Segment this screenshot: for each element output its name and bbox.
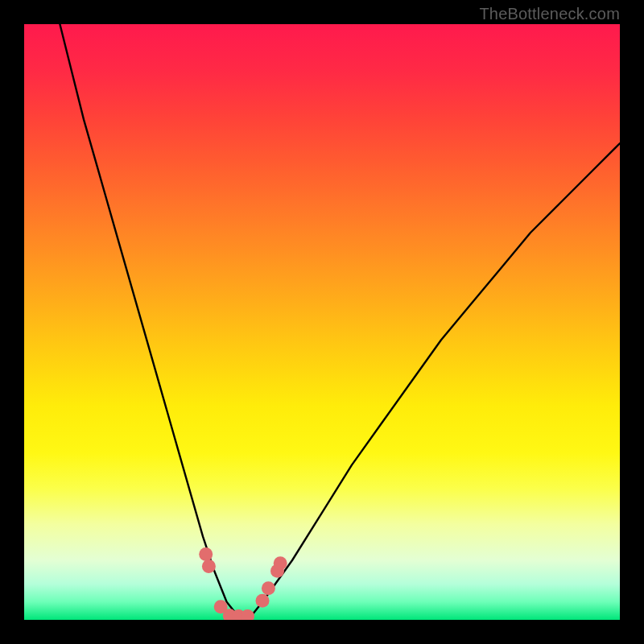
data-marker	[274, 556, 287, 570]
data-marker	[202, 559, 216, 573]
bottleneck-curve	[60, 24, 620, 617]
chart-frame: TheBottleneck.com	[0, 0, 644, 644]
plot-area	[24, 24, 620, 620]
chart-svg	[24, 24, 620, 620]
data-marker	[256, 594, 270, 608]
data-marker	[199, 547, 213, 561]
marker-group	[199, 547, 287, 620]
watermark-text: TheBottleneck.com	[479, 5, 620, 23]
data-marker	[262, 581, 275, 595]
